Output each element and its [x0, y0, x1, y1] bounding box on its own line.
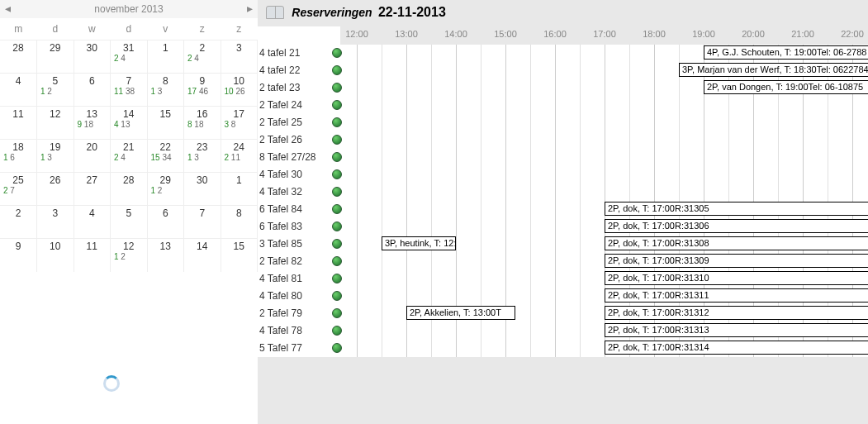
table-row-label[interactable]: 4 Tafel 81: [258, 270, 330, 288]
calendar-day[interactable]: 7: [184, 206, 221, 239]
calendar-day[interactable]: 252 7: [0, 173, 37, 206]
calendar-day[interactable]: 2215 34: [147, 140, 184, 173]
table-row-label[interactable]: 8 Tafel 27/28: [258, 149, 330, 166]
calendar-day[interactable]: 9: [0, 239, 37, 272]
calendar-day[interactable]: 3: [221, 40, 258, 74]
day-number: 24: [225, 141, 254, 153]
day-counts: 1 6: [3, 153, 33, 162]
calendar-day[interactable]: 121 2: [111, 239, 148, 272]
table-row-label[interactable]: 2 tafel 23: [258, 79, 330, 97]
reservation-block[interactable]: 2P, van Dongen, T: 19:00Tel: 06-10875: [704, 80, 868, 94]
weekday-header: d: [37, 18, 74, 40]
calendar-day[interactable]: 181 6: [0, 140, 37, 173]
calendar-day[interactable]: 168 18: [184, 107, 221, 140]
table-row-label[interactable]: 4 Tafel 32: [258, 183, 330, 201]
reservation-block[interactable]: 3P, Marjan van der Werf, T: 18:30Tel: 06…: [679, 63, 868, 77]
reservation-block[interactable]: 2P, dok, T: 17:00R:31305: [605, 202, 868, 216]
day-counts: 2 4: [114, 153, 144, 162]
calendar-day[interactable]: 28: [0, 40, 37, 74]
calendar-day[interactable]: 2: [0, 206, 37, 239]
calendar-day[interactable]: 81 3: [147, 74, 184, 107]
calendar-day[interactable]: 4: [0, 74, 37, 107]
time-label: 21:00: [791, 29, 814, 39]
calendar-day[interactable]: 291 2: [147, 173, 184, 206]
table-row-label[interactable]: 4 tafel 22: [258, 62, 330, 79]
calendar-day[interactable]: 30: [74, 40, 111, 74]
table-row-label[interactable]: 2 Tafel 79: [258, 305, 330, 322]
reservation-block[interactable]: 2P, dok, T: 17:00R:31313: [605, 323, 868, 337]
day-number: 15: [225, 241, 254, 252]
calendar-day[interactable]: 6: [74, 74, 111, 107]
calendar-day[interactable]: 13: [147, 239, 184, 272]
calendar-day[interactable]: 26: [37, 173, 74, 206]
time-label: 17:00: [593, 29, 616, 39]
calendar-day[interactable]: 30: [184, 173, 221, 206]
calendar-day[interactable]: 917 46: [184, 74, 221, 107]
time-label: 22:00: [841, 29, 864, 39]
calendar-day[interactable]: 312 4: [111, 40, 148, 74]
reservation-block[interactable]: 2P, dok, T: 17:00R:31308: [605, 236, 868, 250]
calendar-day[interactable]: 20: [74, 140, 111, 173]
calendar-day[interactable]: 1010 26: [221, 74, 258, 107]
reservation-block[interactable]: 2P, dok, T: 17:00R:31312: [605, 306, 868, 320]
reservation-block[interactable]: 2P, dok, T: 17:00R:31314: [605, 341, 868, 355]
calendar-day[interactable]: 711 38: [111, 74, 148, 107]
reservation-block[interactable]: 2P, dok, T: 17:00R:31309: [605, 254, 868, 268]
calendar-day[interactable]: 4: [74, 206, 111, 239]
day-number: 29: [151, 174, 181, 186]
table-row-label[interactable]: 2 Tafel 82: [258, 253, 330, 270]
calendar-day[interactable]: 28: [111, 173, 148, 206]
calendar-day[interactable]: 29: [37, 40, 74, 74]
reservation-block[interactable]: 2P, dok, T: 17:00R:31306: [605, 219, 868, 233]
table-row-label[interactable]: 4 Tafel 78: [258, 322, 330, 340]
weekday-header: z: [221, 18, 258, 40]
calendar-day[interactable]: 173 8: [221, 107, 258, 140]
calendar-day[interactable]: 139 18: [74, 107, 111, 140]
reservation-block[interactable]: 2P, dok, T: 17:00R:31310: [605, 271, 868, 285]
reservation-block[interactable]: 3P, heutink, T: 12:30T: [382, 236, 456, 250]
weekday-header: d: [111, 18, 148, 40]
calendar-day[interactable]: 1: [147, 40, 184, 74]
table-row-label[interactable]: 2 Tafel 25: [258, 114, 330, 131]
calendar-day[interactable]: 231 3: [184, 140, 221, 173]
table-row-label[interactable]: 2 Tafel 26: [258, 131, 330, 149]
calendar-day[interactable]: 12: [37, 107, 74, 140]
calendar-day[interactable]: 15: [221, 239, 258, 272]
day-number: 22: [151, 141, 181, 153]
prev-month-icon[interactable]: ◂: [5, 2, 11, 15]
day-number: 15: [151, 108, 181, 120]
reservation-block[interactable]: 2P, dok, T: 17:00R:31311: [605, 288, 868, 303]
table-row-label[interactable]: 5 Tafel 77: [258, 340, 330, 357]
table-row-label[interactable]: 2 Tafel 24: [258, 97, 330, 114]
calendar-day[interactable]: 242 11: [221, 140, 258, 173]
calendar-day[interactable]: 5: [111, 206, 148, 239]
table-row-label[interactable]: 3 Tafel 85: [258, 236, 330, 253]
calendar-day[interactable]: 191 3: [37, 140, 74, 173]
table-row-label[interactable]: 6 Tafel 83: [258, 218, 330, 236]
table-row-label[interactable]: 6 Tafel 84: [258, 201, 330, 218]
day-counts: 2 4: [114, 54, 144, 63]
calendar-day[interactable]: 11: [74, 239, 111, 272]
calendar-day[interactable]: 15: [147, 107, 184, 140]
weekday-header: z: [184, 18, 221, 40]
reservation-block[interactable]: 2P, Akkelien, T: 13:00T: [406, 306, 515, 320]
calendar-day[interactable]: 51 2: [37, 74, 74, 107]
calendar-day[interactable]: 8: [221, 206, 258, 239]
day-number: 10: [40, 241, 70, 252]
calendar-day[interactable]: 6: [147, 206, 184, 239]
next-month-icon[interactable]: ▸: [247, 2, 253, 15]
table-row-label[interactable]: 4 Tafel 80: [258, 288, 330, 305]
calendar-day[interactable]: 144 13: [111, 107, 148, 140]
calendar-day[interactable]: 10: [37, 239, 74, 272]
calendar-day[interactable]: 212 4: [111, 140, 148, 173]
reservation-block[interactable]: 4P, G.J. Schouten, T: 19:00Tel: 06-2788: [704, 45, 868, 60]
calendar-day[interactable]: 11: [0, 107, 37, 140]
calendar-day[interactable]: 22 4: [184, 40, 221, 74]
table-row-label[interactable]: 4 tafel 21: [258, 45, 330, 62]
table-row-label[interactable]: 4 Tafel 30: [258, 166, 330, 183]
calendar-day[interactable]: 14: [184, 239, 221, 272]
calendar-day[interactable]: 1: [221, 173, 258, 206]
calendar-day[interactable]: 27: [74, 173, 111, 206]
day-number: 10: [225, 75, 254, 87]
calendar-day[interactable]: 3: [37, 206, 74, 239]
